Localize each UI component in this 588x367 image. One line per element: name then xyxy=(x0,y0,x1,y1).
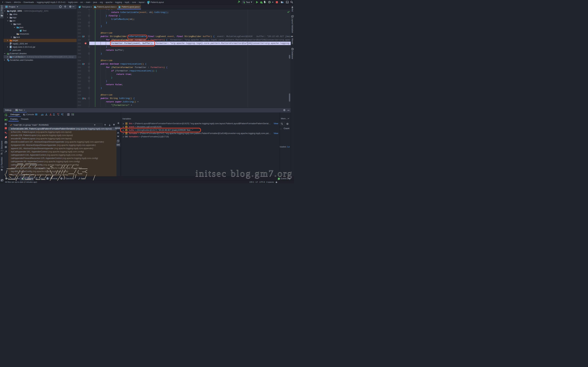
svg-text:p: p xyxy=(126,126,127,128)
svg-text:C: C xyxy=(119,6,120,8)
